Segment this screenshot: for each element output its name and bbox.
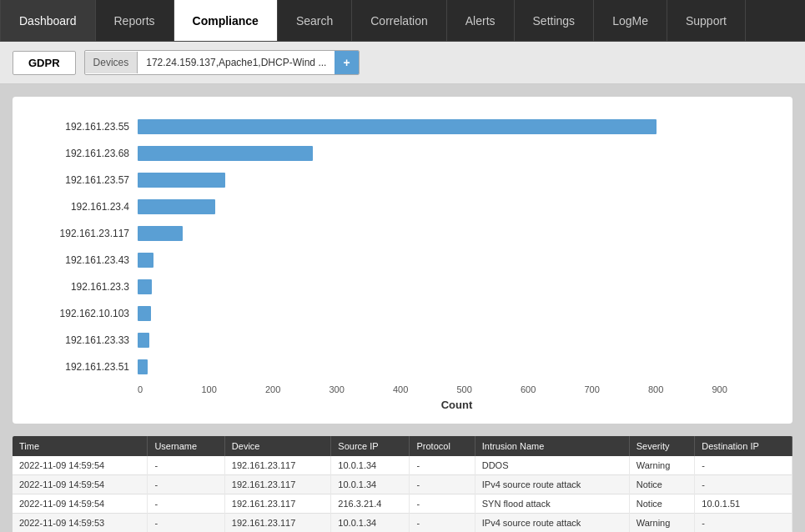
table-cell: -	[148, 494, 224, 514]
nav-logme[interactable]: LogMe	[594, 0, 667, 41]
table-row: 2022-11-09 14:59:53-192.161.23.11710.0.1…	[13, 514, 792, 533]
x-tick: 600	[521, 384, 585, 394]
table-cell: 10.0.1.51	[695, 494, 792, 514]
chart-bar	[138, 279, 152, 294]
nav-correlation[interactable]: Correlation	[352, 0, 446, 41]
table-cell: 2022-11-09 14:59:53	[13, 514, 148, 533]
chart-bars-wrapper: 192.161.23.55 192.161.23.68 192.161.23.5…	[29, 113, 776, 380]
table-cell: -	[410, 494, 475, 514]
chart-label: 192.161.23.4	[29, 201, 138, 213]
toolbar: GDPR Devices 172.24.159.137,Apache1,DHCP…	[0, 42, 805, 84]
chart-row: 192.161.23.57	[29, 167, 776, 193]
nav-alerts[interactable]: Alerts	[447, 0, 515, 41]
nav-compliance[interactable]: Compliance	[174, 0, 278, 41]
gdpr-button[interactable]: GDPR	[13, 51, 76, 75]
nav-support[interactable]: Support	[667, 0, 746, 41]
table-cell: -	[148, 456, 224, 475]
nav-dashboard[interactable]: Dashboard	[0, 0, 96, 41]
table-header-cell: Time	[13, 436, 148, 456]
table-cell: Warning	[629, 456, 695, 475]
table-header-cell: Intrusion Name	[475, 436, 629, 456]
table-row: 2022-11-09 14:59:54-192.161.23.117216.3.…	[13, 494, 792, 514]
chart-bar	[138, 306, 151, 321]
chart-bar-area	[138, 171, 776, 189]
table-cell: -	[410, 514, 475, 533]
x-tick: 900	[712, 384, 777, 394]
table-cell: Warning	[629, 514, 695, 533]
chart-label: 192.161.23.51	[29, 361, 138, 373]
chart-row: 192.161.23.51	[29, 354, 776, 380]
table-cell: 2022-11-09 14:59:54	[13, 494, 148, 514]
table-cell: SYN flood attack	[475, 494, 629, 514]
nav-settings[interactable]: Settings	[515, 0, 595, 41]
x-tick: 0	[138, 384, 202, 394]
table-cell: Notice	[629, 494, 695, 514]
x-tick: 500	[457, 384, 521, 394]
x-tick: 300	[330, 384, 394, 394]
chart-bar-area	[138, 118, 776, 136]
table-header-cell: Username	[148, 436, 224, 456]
bar-chart: 192.161.23.55 192.161.23.68 192.161.23.5…	[29, 113, 776, 380]
devices-add-button[interactable]: +	[335, 51, 358, 74]
table-row: 2022-11-09 14:59:54-192.161.23.11710.0.1…	[13, 475, 792, 494]
x-tick: 400	[393, 384, 457, 394]
chart-row: 192.161.23.43	[29, 247, 776, 274]
nav-search[interactable]: Search	[278, 0, 352, 41]
chart-bar	[138, 146, 313, 161]
chart-label: 192.161.23.68	[29, 148, 138, 159]
x-tick: 100	[202, 384, 266, 394]
chart-bar	[138, 359, 148, 374]
table-cell: 192.161.23.117	[224, 456, 331, 475]
x-tick: 800	[648, 384, 712, 394]
table-cell: -	[410, 475, 475, 494]
chart-label: 192.161.23.43	[29, 254, 138, 266]
x-axis-label: Count	[138, 399, 776, 411]
chart-bar-area	[138, 198, 776, 216]
chart-label: 192.162.10.103	[29, 308, 138, 319]
table-header: TimeUsernameDeviceSource IPProtocolIntru…	[13, 436, 792, 456]
table-cell: -	[148, 514, 224, 533]
table: TimeUsernameDeviceSource IPProtocolIntru…	[13, 436, 792, 532]
chart-row: 192.161.23.4	[29, 193, 776, 220]
chart-container: 192.161.23.55 192.161.23.68 192.161.23.5…	[13, 97, 792, 424]
table-cell: -	[695, 456, 792, 475]
table-cell: -	[695, 475, 792, 494]
chart-bar-area	[138, 224, 776, 243]
nav-reports[interactable]: Reports	[96, 0, 174, 41]
chart-label: 192.161.23.3	[29, 281, 138, 293]
table-cell: 10.0.1.34	[331, 456, 410, 475]
chart-row: 192.162.10.103	[29, 300, 776, 327]
chart-label: 192.161.23.33	[29, 334, 138, 346]
x-tick: 700	[585, 384, 649, 394]
x-axis: 0100200300400500600700800900	[138, 380, 776, 394]
chart-row: 192.161.23.117	[29, 220, 776, 247]
chart-row: 192.161.23.33	[29, 327, 776, 354]
table-cell: IPv4 source route attack	[475, 514, 629, 533]
table-cell: -	[148, 475, 224, 494]
table-cell: -	[410, 456, 475, 475]
chart-row: 192.161.23.3	[29, 274, 776, 300]
table-cell: 10.0.1.34	[331, 514, 410, 533]
data-table: TimeUsernameDeviceSource IPProtocolIntru…	[13, 436, 792, 532]
table-cell: 192.161.23.117	[224, 494, 331, 514]
chart-bar	[138, 226, 183, 241]
table-cell: 2022-11-09 14:59:54	[13, 456, 148, 475]
table-cell: 192.161.23.117	[224, 514, 331, 533]
chart-bar	[138, 333, 149, 348]
chart-bar	[138, 199, 215, 214]
table-cell: 192.161.23.117	[224, 475, 331, 494]
navbar: Dashboard Reports Compliance Search Corr…	[0, 0, 805, 42]
table-header-cell: Protocol	[410, 436, 475, 456]
devices-label: Devices	[85, 52, 138, 73]
chart-bar-area	[138, 251, 776, 269]
main-content: 192.161.23.55 192.161.23.68 192.161.23.5…	[0, 84, 805, 532]
table-cell: Notice	[629, 475, 695, 494]
chart-bar-area	[138, 331, 776, 349]
table-header-cell: Device	[224, 436, 331, 456]
chart-row: 192.161.23.68	[29, 140, 776, 167]
chart-row: 192.161.23.55	[29, 113, 776, 140]
chart-bar	[138, 119, 657, 134]
chart-bar-area	[138, 304, 776, 323]
chart-label: 192.161.23.117	[29, 228, 138, 239]
table-cell: -	[695, 514, 792, 533]
